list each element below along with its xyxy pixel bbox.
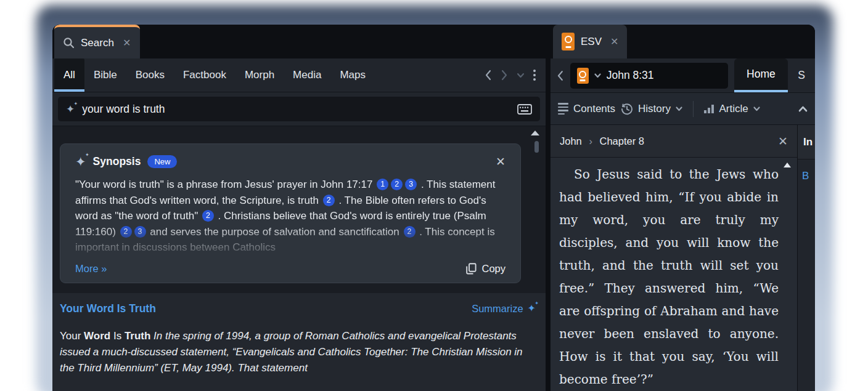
search-icon <box>63 37 75 49</box>
esv-tab-strip: ESV ✕ <box>551 25 815 58</box>
esv-tab-title: ESV <box>581 36 602 48</box>
text-segment: and serves the purpose of salvation and … <box>147 226 403 238</box>
search-query-text: your word is truth <box>82 103 510 116</box>
citation-pill[interactable]: 3 <box>405 179 417 190</box>
search-tab-strip: Search ✕ <box>52 25 546 58</box>
citation-pill[interactable]: 2 <box>404 226 416 238</box>
breadcrumb-row: John › Chapter 8 ✕ <box>551 125 797 158</box>
search-nav-controls <box>485 70 546 81</box>
collapse-up-icon[interactable] <box>798 106 808 112</box>
breadcrumb-separator: › <box>589 135 592 147</box>
nav-tab-all[interactable]: All <box>54 58 84 92</box>
sparkle-icon: ✦ <box>75 155 86 168</box>
citation-pill[interactable]: 1 <box>377 179 388 190</box>
search-result-item: Your Word Is Truth Summarize ✦ Your Word… <box>52 293 546 391</box>
bible-text-column: John › Chapter 8 ✕ So Jesus said to the … <box>551 125 797 391</box>
nav-tab-maps[interactable]: Maps <box>330 58 375 92</box>
nav-tab-media[interactable]: Media <box>284 58 330 92</box>
chevron-down-icon[interactable] <box>594 73 601 78</box>
toolbar-separator <box>693 101 694 117</box>
close-icon[interactable]: ✕ <box>496 155 506 169</box>
breadcrumb[interactable]: John › Chapter 8 <box>560 135 644 147</box>
esv-panel: ESV ✕ John 8:31 Home S Contents <box>551 25 815 391</box>
scroll-up-icon[interactable] <box>784 163 791 167</box>
result-header: Your Word Is Truth Summarize ✦ <box>60 302 536 315</box>
bible-verse-text: So Jesus said to the Jews who had believ… <box>559 163 779 391</box>
app-window: Search ✕ AllBibleBooksFactbookMorphMedia… <box>52 25 815 391</box>
nav-tab-bible[interactable]: Bible <box>84 58 126 92</box>
search-tab[interactable]: Search ✕ <box>54 25 140 58</box>
article-label: Article <box>719 103 748 115</box>
bible-text-area: So Jesus said to the Jews who had believ… <box>551 158 797 391</box>
search-nav-tabs: AllBibleBooksFactbookMorphMediaMaps <box>54 58 375 92</box>
info-panel-link[interactable]: B <box>798 159 815 182</box>
history-clock-icon <box>621 103 633 115</box>
summarize-label: Summarize <box>472 303 523 315</box>
esv-resource-icon <box>562 33 575 50</box>
sparkle-icon: ✦ <box>528 304 536 313</box>
synopsis-header: ✦ Synopsis New ✕ <box>75 155 506 169</box>
search-input[interactable]: ✦ your word is truth <box>58 97 540 121</box>
panel-divider[interactable] <box>546 25 551 391</box>
synopsis-card: ✦ Synopsis New ✕ "Your word is truth" is… <box>60 143 521 283</box>
chevron-down-icon[interactable] <box>517 73 525 78</box>
result-title-link[interactable]: Your Word Is Truth <box>60 302 156 315</box>
citation-pill[interactable]: 2 <box>120 226 132 238</box>
search-bar-row: ✦ your word is truth <box>52 92 546 126</box>
panel-menu-icon[interactable] <box>533 70 536 81</box>
result-excerpt: Your Word Is Truth In the spring of 1994… <box>60 328 536 376</box>
contents-label: Contents <box>573 103 615 115</box>
search-kind-tabs-row: AllBibleBooksFactbookMorphMediaMaps <box>52 58 546 92</box>
back-icon[interactable] <box>485 70 492 81</box>
reference-value: John 8:31 <box>607 69 654 82</box>
history-label: History <box>638 103 671 115</box>
history-button[interactable]: History <box>621 103 682 115</box>
citation-pill[interactable]: 2 <box>323 195 335 206</box>
close-icon[interactable]: ✕ <box>610 36 618 47</box>
tab-home[interactable]: Home <box>734 58 788 92</box>
synopsis-footer: More » Copy <box>75 263 506 275</box>
synopsis-body: "Your word is truth" is a phrase from Je… <box>75 177 506 256</box>
back-icon[interactable] <box>557 70 564 81</box>
copy-icon <box>466 263 477 275</box>
text-segment: Is <box>110 330 125 342</box>
tab-search-partial[interactable]: S <box>794 69 809 82</box>
breadcrumb-chapter[interactable]: Chapter 8 <box>599 135 644 147</box>
close-icon[interactable]: ✕ <box>123 37 131 49</box>
chevron-down-icon <box>753 107 760 111</box>
scrollbar-thumb[interactable] <box>534 141 539 153</box>
chevron-down-icon <box>676 107 682 111</box>
more-link[interactable]: More » <box>75 263 107 275</box>
scroll-up-icon[interactable] <box>531 131 539 135</box>
article-view-button[interactable]: Article <box>704 103 760 115</box>
info-panel-header: In <box>798 125 815 159</box>
search-tab-title: Search <box>81 37 114 49</box>
copy-button[interactable]: Copy <box>466 263 506 275</box>
info-side-panel: In B <box>797 125 815 391</box>
search-results-area: ✦ Synopsis New ✕ "Your word is truth" is… <box>52 126 546 391</box>
article-icon <box>704 105 714 113</box>
esv-toolbar: Contents History Article <box>551 93 815 125</box>
nav-tab-books[interactable]: Books <box>126 58 174 92</box>
sparkle-icon: ✦ <box>66 104 75 115</box>
search-panel: Search ✕ AllBibleBooksFactbookMorphMedia… <box>52 25 546 391</box>
citation-pill[interactable]: 3 <box>134 226 146 238</box>
close-icon[interactable]: ✕ <box>778 134 788 148</box>
text-segment: Truth <box>125 330 151 342</box>
reference-input[interactable]: John 8:31 <box>570 63 728 89</box>
copy-label: Copy <box>481 263 506 275</box>
keyboard-icon[interactable] <box>517 104 532 115</box>
contents-button[interactable]: Contents <box>558 103 615 115</box>
contents-icon <box>558 103 568 115</box>
citation-pill[interactable]: 2 <box>391 179 403 190</box>
text-segment: "Your word is truth" is a phrase from Je… <box>75 179 375 190</box>
summarize-button[interactable]: Summarize ✦ <box>472 303 536 315</box>
nav-tab-factbook[interactable]: Factbook <box>174 58 235 92</box>
nav-tab-morph[interactable]: Morph <box>235 58 284 92</box>
breadcrumb-book[interactable]: John <box>560 135 582 147</box>
esv-tab[interactable]: ESV ✕ <box>553 25 627 58</box>
forward-icon[interactable] <box>501 70 508 81</box>
text-segment: Your <box>60 330 84 342</box>
citation-pill[interactable]: 2 <box>202 210 214 222</box>
synopsis-title: Synopsis <box>93 155 141 168</box>
